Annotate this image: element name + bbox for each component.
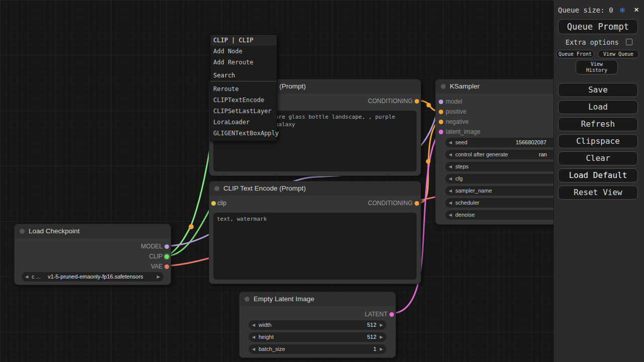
left-arrow-icon[interactable]: ◀ [449,198,452,208]
clip-output-slot[interactable] [165,254,169,259]
link-midpoint-dot [427,103,431,108]
load-button[interactable]: Load [558,100,638,114]
widget-label: steps [455,162,468,171]
extra-options-checkbox[interactable] [626,39,632,45]
conditioning-output-slot[interactable] [415,99,419,104]
menu-item-add-node[interactable]: Add Node [210,46,277,57]
input-label: positive [446,107,466,116]
node-editor-canvas[interactable]: Load Checkpoint MODEL CLIP VAE ◀ c ... v… [0,0,644,362]
node-title-bar[interactable]: CLIP Text Encode (Prompt) [209,182,421,196]
left-arrow-icon[interactable]: ◀ [449,174,452,184]
queue-prompt-button[interactable]: Queue Prompt [558,19,638,34]
left-arrow-icon[interactable]: ◀ [25,272,28,282]
widget-label: control after generate [455,150,508,159]
batch-size-widget[interactable]: ◀ batch_size 1 ▶ [249,344,386,354]
output-label: CLIP [149,252,163,261]
node-title-bar[interactable]: Load Checkpoint [15,224,171,238]
latent-output-slot[interactable] [389,312,394,317]
widget-label: seed [455,138,467,147]
save-button[interactable]: Save [558,83,638,97]
node-title: Load Checkpoint [29,227,79,235]
close-icon[interactable]: ✕ [634,5,639,14]
collapse-dot-icon[interactable] [245,297,250,302]
reset-view-button[interactable]: Reset View [558,186,638,200]
node-load-checkpoint[interactable]: Load Checkpoint MODEL CLIP VAE ◀ c ... v… [14,224,171,285]
ckpt-name-widget[interactable]: ◀ c ... v1-5-pruned-emaonly-fp16.safeten… [22,272,164,282]
menu-item-add-reroute[interactable]: Add Reroute [210,57,277,68]
widget-label: batch_size [259,344,285,354]
widget-label: denoise [455,210,475,220]
left-arrow-icon[interactable]: ◀ [252,320,255,330]
widget-label: width [259,320,272,330]
right-arrow-icon[interactable]: ▶ [380,344,383,354]
node-clip-text-encode-negative[interactable]: CLIP Text Encode (Prompt) clip CONDITION… [209,181,421,284]
output-label: VAE [151,262,163,271]
context-menu-title: CLIP | CLIP [210,35,277,46]
left-arrow-icon[interactable]: ◀ [449,150,452,159]
collapse-dot-icon[interactable] [214,186,219,191]
node-context-menu: CLIP | CLIP Add Node Add Reroute Search … [210,34,277,141]
model-input-slot[interactable] [439,100,443,104]
positive-input-slot[interactable] [439,110,443,114]
left-arrow-icon[interactable]: ◀ [449,186,452,196]
settings-flower-icon[interactable]: ✻ [620,5,625,15]
output-label: LATENT [365,310,387,319]
widget-label: c ... [32,272,41,282]
width-widget[interactable]: ◀ width 512 ▶ [249,320,386,330]
right-arrow-icon[interactable]: ▶ [157,272,160,282]
slot-row: clip CONDITIONING [209,199,421,208]
menu-item-search[interactable]: Search [210,70,277,81]
menu-item-reroute[interactable]: Reroute [210,83,277,95]
view-queue-button[interactable]: View Queue [598,50,639,58]
node-title-bar[interactable]: Empty Latent Image [239,292,395,306]
model-output-slot[interactable] [165,244,169,249]
collapse-dot-icon[interactable] [441,84,446,89]
widget-label: scheduler [455,198,479,208]
widget-label: sampler_name [455,186,492,196]
left-arrow-icon[interactable]: ◀ [449,162,452,171]
output-label: MODEL [141,242,163,251]
right-arrow-icon[interactable]: ▶ [380,332,383,342]
output-row-clip: CLIP [15,252,171,261]
negative-input-slot[interactable] [439,120,443,124]
clip-input-slot[interactable] [211,201,216,206]
widget-value: 1566802087 [516,138,546,147]
left-arrow-icon[interactable]: ◀ [449,138,452,147]
menu-item-cliptextencode[interactable]: CLIPTextEncode [210,95,277,106]
vae-output-slot[interactable] [165,264,169,269]
widget-label: cfg [455,174,463,184]
input-label: model [446,97,462,106]
menu-item-gligentextboxapply[interactable]: GLIGENTextBoxApply [210,128,277,139]
latent-image-input-slot[interactable] [439,130,443,134]
clear-button[interactable]: Clear [558,151,638,165]
clipspace-button[interactable]: Clipspace [558,134,638,148]
node-title: KSampler [450,82,479,90]
extra-options-row: Extra options [554,38,644,47]
menu-suggestions: Reroute CLIPTextEncode CLIPSetLastLayer … [210,83,277,141]
link-midpoint-dot [189,224,194,229]
left-arrow-icon[interactable]: ◀ [252,344,255,354]
view-history-button[interactable]: View History [576,60,618,74]
refresh-button[interactable]: Refresh [558,117,638,131]
left-arrow-icon[interactable]: ◀ [252,332,255,342]
input-label: clip [217,199,226,208]
output-label: CONDITIONING [368,199,413,208]
height-widget[interactable]: ◀ height 512 ▶ [249,332,386,342]
load-default-button[interactable]: Load Default [558,168,638,183]
clip-link-wire [168,204,213,256]
output-row-latent: LATENT [239,310,395,319]
queue-front-button[interactable]: Queue Front [556,50,594,58]
menu-item-clipsetlastlayer[interactable]: CLIPSetLastLayer [210,106,277,117]
right-arrow-icon[interactable]: ▶ [380,320,383,330]
widget-value: ran [539,150,547,159]
comfy-menu-panel: Queue size: 0 ✻ ✕ Queue Prompt Extra opt… [553,0,644,362]
prompt-textarea[interactable]: text, watermark [213,213,417,280]
queue-size-label: Queue size: 0 [558,6,613,14]
menu-item-loraloader[interactable]: LoraLoader [210,117,277,128]
conditioning-output-slot[interactable] [415,201,419,206]
collapse-dot-icon[interactable] [20,229,25,234]
prompt-text: ure glass bottle landscape, , purple gal… [275,113,413,128]
output-label: CONDITIONING [368,97,413,106]
left-arrow-icon[interactable]: ◀ [449,210,452,220]
node-empty-latent-image[interactable]: Empty Latent Image LATENT ◀ width 512 ▶ … [239,292,396,358]
